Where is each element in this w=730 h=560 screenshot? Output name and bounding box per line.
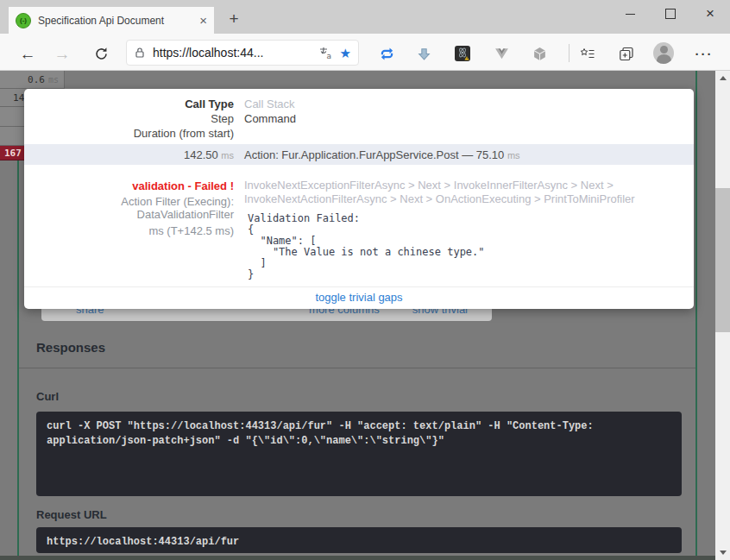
scroll-down-button[interactable] bbox=[715, 545, 730, 560]
scrollbar-thumb[interactable] bbox=[715, 188, 730, 332]
scroll-up-icon bbox=[720, 76, 727, 80]
popup-header-right: Call Stack Command bbox=[244, 97, 296, 126]
column-label: Command bbox=[244, 111, 296, 126]
loop-arrows-icon bbox=[379, 46, 395, 62]
popup-footer: toggle trivial gaps bbox=[24, 291, 694, 304]
maximize-button[interactable] bbox=[653, 0, 688, 28]
maximize-icon bbox=[665, 9, 676, 19]
translate-icon[interactable]: a bbox=[318, 46, 333, 60]
profile-button[interactable] bbox=[653, 42, 674, 63]
timing-value: 0.6 bbox=[28, 74, 45, 85]
duration-unit: ms bbox=[221, 150, 234, 160]
minimize-icon bbox=[626, 14, 635, 15]
validation-summary: validation - Failed ! Action Filter (Exe… bbox=[24, 179, 234, 237]
column-label: Step bbox=[24, 111, 234, 126]
filter-line: DataValidationFilter bbox=[24, 208, 234, 222]
avatar bbox=[653, 42, 674, 64]
section-border-left bbox=[17, 160, 19, 560]
tab-title: Specification Api Document bbox=[38, 15, 194, 27]
profiler-timing-cell[interactable]: 0.6 ms bbox=[0, 71, 65, 89]
curl-command-block: curl -X POST "https://localhost:44313/ap… bbox=[36, 412, 682, 496]
back-button[interactable]: ← bbox=[16, 44, 40, 63]
download-arrow-icon bbox=[417, 47, 431, 61]
collections-button[interactable] bbox=[616, 43, 637, 64]
extension-loop-button[interactable] bbox=[376, 43, 397, 64]
scroll-up-button[interactable] bbox=[715, 71, 730, 85]
column-label: Call Type bbox=[24, 97, 234, 111]
favorite-star-icon[interactable]: ★ bbox=[340, 47, 351, 60]
responses-divider bbox=[19, 368, 695, 368]
titlebar: (-) Specification Api Document × + × bbox=[0, 0, 730, 34]
extension-download-button[interactable] bbox=[413, 43, 434, 64]
refresh-button[interactable] bbox=[89, 44, 113, 63]
action-unit: ms bbox=[507, 150, 520, 160]
request-url-block: https://localhost:44313/api/fur bbox=[36, 527, 682, 553]
validation-status: validation - Failed ! bbox=[24, 179, 234, 193]
call-stack-text: InvokeNextExceptionFilterAsync > Next > … bbox=[244, 179, 686, 206]
close-button[interactable]: × bbox=[693, 0, 727, 28]
section-border-right bbox=[695, 71, 697, 560]
lock-icon bbox=[134, 47, 146, 59]
extension-vue-button[interactable] bbox=[491, 43, 512, 64]
svg-text:a: a bbox=[326, 52, 331, 60]
timing-row[interactable]: 142.50 ms Action: Fur.Application.FurApp… bbox=[24, 144, 694, 165]
minimize-button[interactable] bbox=[613, 0, 647, 28]
ellipsis-icon: ··· bbox=[695, 47, 714, 61]
site-favicon-icon: (-) bbox=[16, 13, 31, 28]
action-text: Action: Fur.Application.FurAppService.Po… bbox=[244, 148, 504, 161]
duration-value: 142.50 bbox=[184, 148, 218, 161]
popup-separator bbox=[24, 286, 694, 287]
new-tab-button[interactable]: + bbox=[223, 7, 245, 31]
cube-stack-icon bbox=[532, 47, 547, 61]
browser-tab[interactable]: (-) Specification Api Document × bbox=[9, 7, 214, 34]
browser-window: (-) Specification Api Document × + × ← →… bbox=[0, 0, 730, 560]
share-link[interactable]: share bbox=[76, 309, 104, 316]
address-bar[interactable]: https://localhost:44... a ★ bbox=[126, 40, 359, 66]
favorites-bar-button[interactable] bbox=[577, 43, 598, 64]
request-url-label: Request URL bbox=[36, 508, 107, 521]
toolbar-divider bbox=[569, 44, 570, 62]
scroll-down-icon bbox=[720, 551, 727, 555]
column-label: Duration (from start) bbox=[24, 126, 234, 141]
tab-close-icon[interactable]: × bbox=[199, 14, 207, 27]
favicon-mark: (-) bbox=[20, 17, 27, 24]
star-list-icon bbox=[580, 47, 595, 61]
timing-unit: ms bbox=[48, 75, 59, 85]
filter-line: ms (T+142.5 ms) bbox=[24, 224, 234, 238]
column-label: Call Stack bbox=[244, 97, 296, 111]
section-bottom-border bbox=[0, 556, 715, 560]
extension-stack-button[interactable] bbox=[529, 43, 550, 64]
toggle-trivial-gaps-link[interactable]: toggle trivial gaps bbox=[315, 291, 402, 304]
settings-menu-button[interactable]: ··· bbox=[694, 43, 714, 64]
url-text[interactable]: https://localhost:44... bbox=[153, 46, 318, 60]
timing-duration: 142.50 ms bbox=[24, 148, 234, 161]
timing-action: Action: Fur.Application.FurAppService.Po… bbox=[244, 148, 520, 161]
profiler-footer-strip: share more columns show trivial bbox=[41, 309, 492, 321]
atom-warning-icon bbox=[455, 46, 470, 61]
profiler-detail-popup: Call Type Step Duration (from start) Cal… bbox=[24, 89, 694, 309]
curl-label: Curl bbox=[36, 390, 59, 403]
collections-icon bbox=[619, 46, 634, 61]
show-trivial-link[interactable]: show trivial bbox=[412, 309, 468, 316]
refresh-icon bbox=[94, 47, 109, 61]
validation-message: Validation Failed: { "Name": [ "The Valu… bbox=[248, 213, 693, 280]
total-duration: 167 bbox=[4, 148, 22, 159]
responses-heading: Responses bbox=[36, 340, 105, 355]
vue-v-icon bbox=[494, 47, 509, 60]
more-columns-link[interactable]: more columns bbox=[309, 309, 380, 316]
scrollbar[interactable] bbox=[715, 71, 730, 560]
popup-header-left: Call Type Step Duration (from start) bbox=[24, 97, 234, 141]
forward-button: → bbox=[50, 44, 74, 63]
validation-detail: InvokeNextExceptionFilterAsync > Next > … bbox=[244, 179, 693, 280]
extension-devtools-button[interactable] bbox=[452, 43, 473, 64]
filter-line: Action Filter (Execing): bbox=[24, 195, 234, 209]
